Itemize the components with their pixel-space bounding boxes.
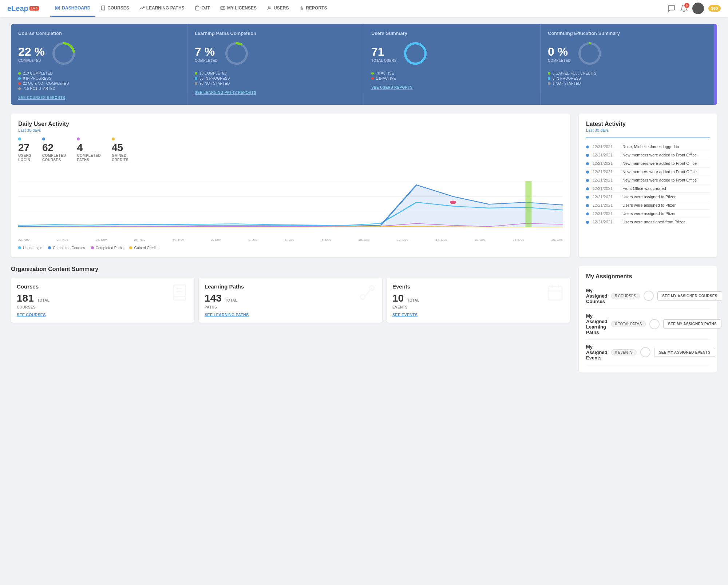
org-card-num: 143: [205, 292, 222, 304]
org-card-num: 10: [392, 292, 404, 304]
activity-date: 12/21/2021: [593, 153, 619, 157]
x-axis-label: 30. Nov: [173, 238, 184, 242]
nav-link-label: USERS: [274, 5, 289, 11]
x-axis-label: 18. Dec: [513, 238, 524, 242]
stat-item-label: 219 COMPLETED: [23, 71, 53, 75]
nav-link-learning-paths[interactable]: LEARNING PATHS: [134, 0, 190, 17]
activity-list: 12/21/2021 Rose, Michelle James logged i…: [586, 143, 710, 226]
stat-list-item: 8 GAINED FULL CREDITS: [548, 71, 710, 75]
stat-link[interactable]: SEE LEARNING PATHS REPORTS: [195, 91, 356, 95]
activity-item: 12/21/2021 Users were unassigned from Pf…: [586, 218, 710, 226]
activity-bullet: [586, 162, 589, 165]
svg-point-17: [579, 43, 600, 64]
my-assignments-title: My Assignments: [586, 273, 710, 280]
activity-text: New members were added to Front Office: [622, 153, 697, 157]
stat-list: 219 COMPLETED 8 IN PROGRESS 22 QUIZ NOT …: [18, 71, 180, 91]
stat-list-item: 10 COMPLETED: [195, 71, 356, 75]
daily-activity-subtitle: Last 30 days: [18, 128, 563, 132]
daily-stat-dot: [112, 138, 115, 140]
assignment-row-assigned-events: My Assigned Events 0 EVENTS SEE MY ASSIG…: [586, 340, 710, 365]
activity-text: Front Office was created: [622, 186, 666, 191]
stat-list: 70 ACTIVE 1 INACTIVE: [371, 71, 533, 80]
activity-date: 12/21/2021: [593, 203, 619, 207]
daily-stat-num: 62: [42, 142, 66, 154]
nav-link-ojt[interactable]: OJT: [190, 0, 215, 17]
daily-stat-num: 4: [77, 142, 100, 154]
svg-point-6: [221, 7, 222, 8]
activity-item: 12/21/2021 New members were added to Fro…: [586, 168, 710, 176]
assignment-row-assigned-paths: My Assigned Learning Paths 0 TOTAL PATHS…: [586, 309, 710, 340]
daily-stat-num: 45: [112, 142, 128, 154]
svg-point-16: [405, 43, 426, 64]
legend-dot: [91, 246, 94, 249]
trophy-score[interactable]: 360: [708, 5, 721, 12]
activity-bullet: [586, 179, 589, 182]
legend-label: Completed Paths: [96, 246, 124, 250]
stat-dot: [371, 72, 374, 75]
stat-card-course-completion: Course Completion 22 % COMPLETED 219 COM…: [11, 24, 187, 105]
daily-stat-dot: [42, 138, 45, 140]
activity-item: 12/21/2021 Users were assigned to Pfizer: [586, 201, 710, 210]
latest-activity-subtitle: Last 30 days: [586, 128, 710, 132]
logo-text: eLeap: [7, 4, 28, 13]
stat-item-label: 1 NOT STARTED: [553, 81, 581, 85]
activity-text: New members were added to Front Office: [622, 161, 697, 166]
chat-icon[interactable]: [668, 4, 676, 12]
stat-item-label: 8 GAINED FULL CREDITS: [553, 71, 596, 75]
avatar[interactable]: [692, 3, 704, 14]
x-axis-label: 24. Nov: [57, 238, 68, 242]
stat-item-label: 70 ACTIVE: [376, 71, 394, 75]
activity-item: 12/21/2021 New members were added to Fro…: [586, 176, 710, 184]
notification-count: 6: [684, 3, 689, 8]
org-card-courses-card: Courses 181 TOTALCOURSES SEE COURSES: [11, 278, 194, 323]
x-axis-label: 6. Dec: [285, 238, 294, 242]
x-axis-label: 2. Dec: [211, 238, 221, 242]
assignment-btn-assigned-events[interactable]: SEE MY ASSIGNED EVENTS: [654, 348, 715, 357]
svg-rect-2: [56, 8, 57, 10]
nav-link-label: REPORTS: [306, 5, 327, 11]
org-content-title: Organization Content Summary: [11, 266, 570, 272]
assignment-btn-assigned-paths[interactable]: SEE MY ASSIGNED PATHS: [663, 319, 721, 329]
daily-stat-label: USERSLOGIN: [18, 154, 31, 162]
daily-stat-completed-paths: 4 COMPLETEDPATHS: [77, 138, 100, 162]
nav-link-dashboard[interactable]: DASHBOARD: [50, 0, 95, 17]
activity-date: 12/21/2021: [593, 178, 619, 182]
activity-bullet: [586, 187, 589, 190]
nav-link-users[interactable]: USERS: [262, 0, 294, 17]
nav-link-label: MY LICENSES: [227, 5, 257, 11]
org-card-link[interactable]: SEE COURSES: [17, 313, 50, 317]
logo[interactable]: eLeap LMS: [7, 4, 39, 13]
svg-rect-24: [525, 181, 531, 227]
nav-link-reports[interactable]: REPORTS: [294, 0, 332, 17]
activity-text: New members were added to Front Office: [622, 170, 697, 174]
latest-activity-title: Latest Activity: [586, 121, 710, 127]
activity-date: 12/21/2021: [593, 186, 619, 191]
assignment-row-assigned-courses: My Assigned Courses 5 COURSES SEE MY ASS…: [586, 283, 710, 309]
assignment-btn-assigned-courses[interactable]: SEE MY ASSIGNED COURSES: [657, 291, 722, 301]
stat-donut: [402, 40, 428, 68]
activity-item: 12/21/2021 New members were added to Fro…: [586, 151, 710, 159]
svg-rect-30: [548, 286, 562, 300]
stat-main-value: 0 %: [548, 45, 571, 59]
notification-bell[interactable]: 6: [680, 4, 688, 12]
stat-card-users-summary: Users Summary 71 TOTAL USERS 70 ACTIVE 1…: [364, 24, 541, 105]
legend-dot: [129, 246, 132, 249]
stat-main-value: 71: [371, 45, 396, 59]
stat-list-item: 98 NOT STARTED: [195, 81, 356, 85]
nav-link-courses[interactable]: COURSES: [95, 0, 134, 17]
top-navigation: eLeap LMS DASHBOARDCOURSESLEARNING PATHS…: [0, 0, 728, 17]
stat-link[interactable]: SEE USERS REPORTS: [371, 85, 533, 89]
stat-list-item: 8 IN PROGRESS: [18, 76, 180, 80]
x-axis-label: 22. Nov: [18, 238, 29, 242]
org-card-link[interactable]: SEE LEARNING PATHS: [205, 313, 249, 317]
activity-item: 12/21/2021 Users were assigned to Pfizer: [586, 193, 710, 201]
nav-link-my-licenses[interactable]: MY LICENSES: [215, 0, 262, 17]
stat-link[interactable]: SEE COURSES REPORTS: [18, 96, 180, 100]
org-card-link[interactable]: SEE EVENTS: [392, 313, 420, 317]
chart-legend: Users LoginCompleted CoursesCompleted Pa…: [18, 246, 563, 250]
daily-stat-users-login: 27 USERSLOGIN: [18, 138, 31, 162]
activity-date: 12/21/2021: [593, 220, 619, 224]
assignment-progress-circle: [644, 291, 654, 301]
stat-donut: [577, 40, 603, 68]
stat-dot: [18, 87, 21, 90]
